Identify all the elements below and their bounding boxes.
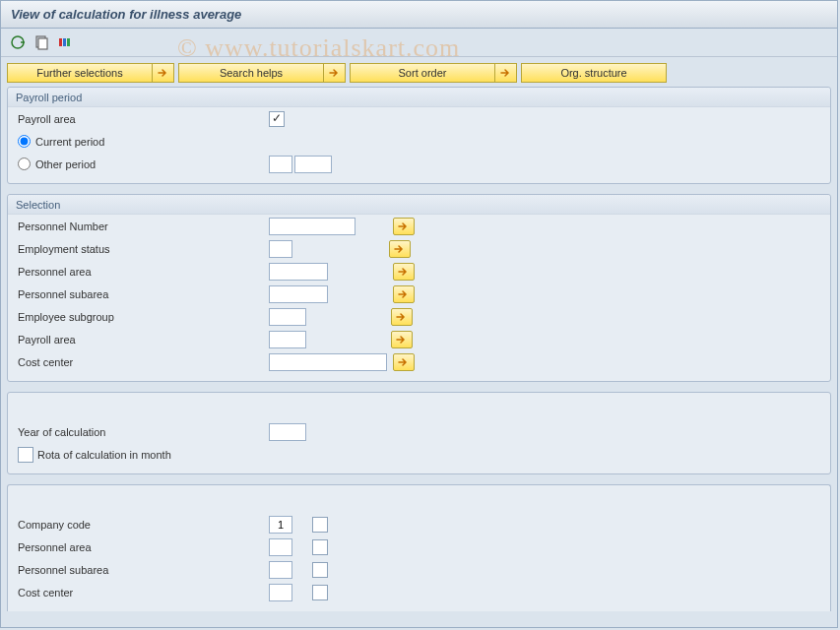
execute-icon[interactable] [9, 33, 27, 51]
selection-group: Selection Personnel Number Employment st… [7, 194, 831, 382]
payroll-period-header: Payroll period [8, 88, 830, 107]
personnel-subarea-label: Personnel subarea [18, 288, 269, 300]
org-cost-center-input[interactable] [269, 584, 292, 601]
employment-status-label: Employment status [18, 243, 269, 255]
org-cost-center-checkbox[interactable] [312, 585, 328, 600]
sort-order-button[interactable]: Sort order [350, 63, 495, 83]
variant-icon[interactable] [32, 33, 50, 51]
employment-status-select-button[interactable] [389, 240, 411, 258]
sort-order-expand-icon[interactable] [495, 63, 517, 83]
employee-subgroup-select-button[interactable] [391, 308, 413, 326]
current-period-radio[interactable] [18, 135, 31, 148]
employment-status-input[interactable] [269, 240, 292, 258]
org-personnel-subarea-label: Personnel subarea [18, 564, 269, 576]
rota-checkbox[interactable] [18, 447, 33, 463]
other-period-radio[interactable] [18, 158, 31, 170]
other-period-radio-row[interactable]: Other period [18, 158, 269, 170]
org-personnel-subarea-checkbox[interactable] [312, 562, 328, 578]
payroll-period-group: Payroll period Payroll area Current peri… [7, 87, 831, 184]
personnel-number-select-button[interactable] [393, 218, 415, 235]
personnel-area-select-button[interactable] [393, 263, 415, 281]
company-code-label: Company code [18, 519, 269, 531]
cost-center-select-button[interactable] [393, 353, 415, 371]
org-cost-center-label: Cost center [18, 587, 269, 598]
calculation-group: Year of calculation Rota of calculation … [7, 392, 831, 474]
payroll-area2-label: Payroll area [18, 334, 269, 346]
palette-icon[interactable] [56, 33, 74, 51]
svg-rect-6 [67, 38, 70, 46]
current-period-radio-row[interactable]: Current period [18, 135, 104, 148]
further-selections-button[interactable]: Further selections [7, 63, 153, 83]
search-helps-expand-icon[interactable] [324, 63, 346, 83]
personnel-subarea-input[interactable] [269, 285, 328, 303]
employee-subgroup-label: Employee subgroup [18, 311, 269, 323]
year-of-calculation-input[interactable] [269, 423, 306, 441]
svg-rect-3 [38, 38, 47, 49]
other-period-input-1[interactable] [269, 156, 292, 173]
org-personnel-subarea-input[interactable] [269, 561, 292, 579]
rota-checkbox-row[interactable]: Rota of calculation in month [18, 447, 171, 463]
employee-subgroup-input[interactable] [269, 308, 306, 326]
rota-label: Rota of calculation in month [37, 449, 171, 461]
org-personnel-area-input[interactable] [269, 538, 292, 556]
page-title: View of calculation for illness average [1, 1, 837, 29]
payroll-area-label: Payroll area [18, 113, 269, 125]
company-code-input[interactable] [269, 516, 292, 534]
cost-center-label: Cost center [18, 356, 269, 368]
org-output-group: Company code Personnel area Personnel su… [7, 484, 831, 611]
current-period-label: Current period [35, 136, 104, 148]
search-helps-button[interactable]: Search helps [178, 63, 324, 83]
company-code-checkbox[interactable] [312, 517, 328, 533]
selection-header: Selection [8, 195, 830, 215]
payroll-area-checkbox[interactable] [269, 111, 285, 127]
personnel-number-label: Personnel Number [18, 220, 269, 232]
further-selections-expand-icon[interactable] [153, 63, 174, 83]
personnel-area-label: Personnel area [18, 266, 269, 278]
personnel-subarea-select-button[interactable] [393, 285, 415, 303]
year-of-calculation-label: Year of calculation [18, 426, 269, 438]
other-period-label: Other period [35, 158, 96, 170]
cost-center-input[interactable] [269, 353, 387, 371]
svg-rect-4 [59, 38, 62, 46]
org-personnel-area-checkbox[interactable] [312, 539, 328, 555]
svg-rect-5 [63, 38, 66, 46]
org-structure-button[interactable]: Org. structure [521, 63, 667, 83]
nav-button-row: Further selections Search helps Sort ord… [7, 63, 831, 83]
personnel-area-input[interactable] [269, 263, 328, 281]
payroll-area2-select-button[interactable] [391, 331, 413, 348]
app-toolbar [1, 29, 837, 57]
personnel-number-input[interactable] [269, 218, 355, 235]
org-personnel-area-label: Personnel area [18, 541, 269, 553]
other-period-input-2[interactable] [294, 156, 332, 173]
payroll-area2-input[interactable] [269, 331, 306, 348]
